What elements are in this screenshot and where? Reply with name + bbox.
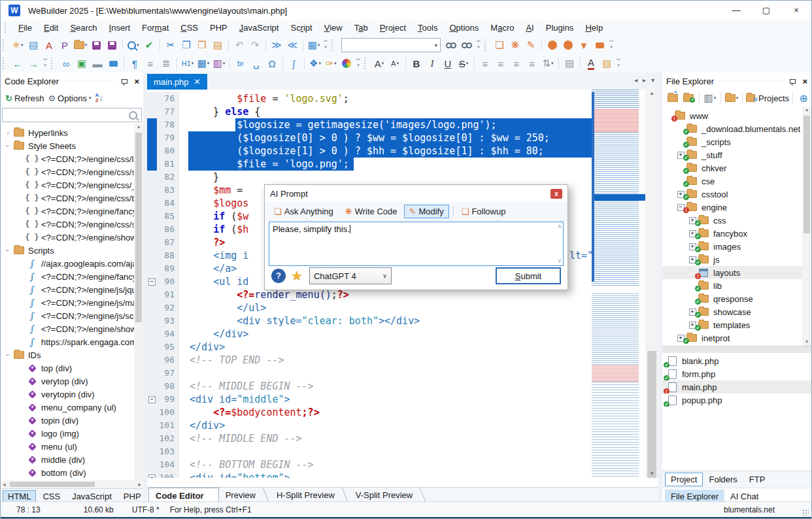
non-breaking-space-icon[interactable]: ␣	[249, 56, 263, 71]
dialog-tab-write-code[interactable]: ❋Write Code	[340, 205, 403, 218]
tree-item-ids[interactable]: ›IDs	[1, 348, 143, 361]
clipboard-history-icon[interactable]: ▤	[211, 38, 225, 52]
align-right-icon[interactable]: ≡	[509, 56, 524, 71]
align-center-icon[interactable]: ≡	[494, 56, 508, 71]
copy-icon[interactable]: ❐	[179, 38, 194, 52]
tab-php[interactable]: PHP	[118, 490, 146, 503]
view-mode-button[interactable]: ▥▾	[703, 91, 717, 105]
folder-qresponse[interactable]: ✓qresponse	[662, 292, 811, 305]
tree-item-cdn-engine-js-jqu[interactable]: ∫<?=CDN;?>/engine/js/jqu	[1, 283, 143, 296]
minimap[interactable]	[592, 90, 645, 478]
menu-item-plugins[interactable]: Plugins	[540, 20, 580, 36]
underline-icon[interactable]: U	[441, 56, 455, 71]
menu-item-search[interactable]: Search	[64, 20, 103, 36]
expander-icon[interactable]: ›	[4, 350, 12, 360]
menu-item-tab[interactable]: Tab	[348, 20, 374, 36]
panel-layout-icon[interactable]: ▦▾	[307, 38, 321, 52]
ai-ask-icon[interactable]: ❏	[492, 38, 507, 52]
close-panel-icon[interactable]: ×	[134, 76, 139, 86]
search-combo[interactable]: ▾	[341, 38, 441, 52]
menu-item-format[interactable]: Format	[136, 20, 175, 36]
scroll-up-icon[interactable]: ∧	[557, 224, 562, 229]
increase-font-icon[interactable]: A▾	[372, 56, 386, 71]
folder-cse[interactable]: ✓cse	[662, 175, 811, 188]
tree-item-logo-img[interactable]: logo (img)	[1, 427, 143, 440]
folder-csstool[interactable]: +✓csstool	[662, 188, 811, 201]
tree-item-cdn-engine-css-si[interactable]: { }<?=CDN;?>/engine/css/si	[1, 218, 143, 231]
code-line-92[interactable]: 92 </ul>	[147, 301, 592, 314]
file-main-php[interactable]: !main.php	[662, 380, 811, 393]
editor-vertical-scrollbar[interactable]: ▴ ▾	[645, 90, 658, 478]
insert-image-icon[interactable]: ▣	[75, 56, 89, 71]
tab-v-split-preview[interactable]: V-Split Preview	[349, 488, 427, 502]
special-character-icon[interactable]: Ω	[265, 56, 279, 71]
tab-ftp[interactable]: FTP	[743, 473, 771, 486]
folder-www[interactable]: !www	[662, 109, 811, 122]
folder-css[interactable]: +✓css	[662, 214, 811, 227]
expander-icon[interactable]: ›	[3, 129, 12, 137]
insert-hr-icon[interactable]: ▬	[90, 56, 105, 71]
minimize-button[interactable]: —	[721, 1, 751, 20]
paste-icon[interactable]: ❒	[195, 38, 209, 52]
tree-item-bottom-div[interactable]: bottom (div)	[1, 466, 143, 479]
menu-item-script[interactable]: Script	[284, 20, 318, 36]
undo-icon[interactable]: ↶	[232, 38, 246, 52]
insert-tag-icon[interactable]: ❖▾	[308, 56, 322, 71]
code-line-103[interactable]: 103	[147, 445, 592, 458]
line-break-icon[interactable]: br	[233, 56, 248, 71]
code-line-100[interactable]: 100 <?=$bodycontent;?>	[147, 406, 592, 419]
file-blank-php[interactable]: ✓blank.php	[662, 354, 811, 367]
ai-write-code-icon[interactable]: ❋	[508, 38, 522, 52]
tree-item-cdn-engine-show[interactable]: { }<?=CDN;?>/engine/show	[1, 231, 143, 244]
toolbar-grip[interactable]	[364, 58, 368, 69]
tree-item-cdn-engine-js-scri[interactable]: ∫<?=CDN;?>/engine/js/scri	[1, 309, 143, 322]
ai-explain-icon[interactable]: i	[561, 38, 575, 52]
code-line-97[interactable]: 97	[147, 367, 592, 380]
tree-item-verytopin-div[interactable]: verytopin (div)	[1, 388, 143, 401]
find-in-files-icon[interactable]	[444, 38, 458, 52]
text-block-icon[interactable]: ▤	[562, 56, 577, 71]
insert-link-icon[interactable]: ∞	[59, 56, 73, 71]
insert-script-icon[interactable]: ∫	[286, 56, 301, 71]
folder-inetprot[interactable]: +✓inetprot	[662, 331, 811, 344]
code-line-102[interactable]: 102<!-- MIDDLE END -->	[147, 432, 592, 445]
folder-scripts[interactable]: ✓_scripts	[662, 135, 811, 148]
code-line-105[interactable]: −105<div id="bottom">	[147, 471, 592, 478]
open-text-document-icon[interactable]: A	[42, 38, 56, 52]
toolbar-overflow-icon[interactable]: ▔▾	[475, 39, 482, 51]
dialog-tab-followup[interactable]: ❏Followup	[456, 205, 511, 218]
code-line-91[interactable]: 91 <?=render_menu();?>	[147, 288, 592, 301]
folder-chkver[interactable]: ✓chkver	[662, 161, 811, 175]
sort-az-button[interactable]: A Z ↓	[95, 93, 103, 103]
format-painter-icon[interactable]: ✑▾	[324, 56, 338, 71]
toolbar-grip[interactable]	[331, 39, 335, 51]
folder-images[interactable]: +✓images	[662, 240, 811, 253]
minimap-viewport[interactable]	[592, 92, 594, 282]
menu-item-css[interactable]: CSS	[175, 20, 204, 36]
file-form-php[interactable]: ✓form.php	[662, 367, 811, 380]
projects-button[interactable]: ◍ Projects	[746, 91, 789, 105]
new-folder-button[interactable]: +	[681, 91, 696, 105]
right-tree-scrollbar[interactable]: ▴ ▾	[802, 107, 811, 346]
ai-check-icon[interactable]: ✔	[545, 38, 560, 52]
menu-item-file[interactable]: File	[12, 20, 38, 36]
menu-item-edit[interactable]: Edit	[38, 20, 64, 36]
code-line-94[interactable]: 94 </div>	[147, 327, 592, 341]
toolbar-overflow-icon[interactable]: ▔▾	[354, 58, 362, 69]
menu-item-macro[interactable]: Macro	[484, 20, 520, 36]
tab-scroll-right-icon[interactable]: ▸	[643, 76, 646, 84]
tab-project[interactable]: Project	[665, 473, 703, 486]
fold-icon[interactable]: −	[148, 278, 156, 286]
quick-search-icon[interactable]: ▾	[126, 38, 141, 52]
code-line-95[interactable]: 95</div>	[147, 341, 592, 354]
tree-item-ajax-googleapis-com-aja[interactable]: ∫//ajax.googleapis.com/aja	[1, 257, 143, 270]
tab-folders[interactable]: Folders	[703, 473, 743, 486]
insert-form-icon[interactable]: ▥▾	[212, 56, 226, 71]
code-line-80[interactable]: 80 ($logosize[1] > 0 ) ? $hh = $logosize…	[147, 144, 592, 158]
menu-item-php[interactable]: PHP	[204, 20, 233, 36]
folder-engine[interactable]: −!engine	[662, 201, 811, 214]
tab-list-icon[interactable]: ▾	[651, 76, 654, 84]
resize-grip[interactable]	[802, 509, 809, 516]
navigate-forward-icon[interactable]: →	[26, 56, 41, 71]
paragraph-icon[interactable]: ¶	[127, 56, 142, 71]
